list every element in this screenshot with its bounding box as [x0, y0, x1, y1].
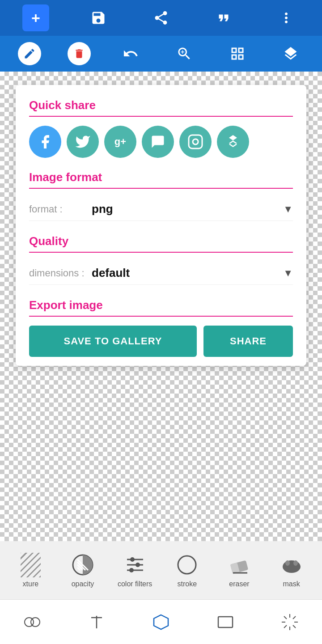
svg-line-30 [284, 616, 287, 619]
color-filters-icon [123, 553, 147, 577]
stroke-label: stroke [178, 580, 197, 588]
svg-line-31 [293, 625, 296, 628]
text-nav-item[interactable] [83, 609, 110, 636]
zoom-button[interactable] [171, 40, 198, 67]
canvas-area: Quick share g+ Image format fo [0, 72, 322, 590]
delete-icon [73, 48, 85, 59]
quote-button[interactable] [210, 4, 237, 31]
save-icon [90, 10, 106, 26]
delete-button[interactable] [68, 42, 91, 65]
image-format-title: Image format [29, 170, 293, 189]
mask-tool[interactable]: mask [274, 553, 309, 588]
opacity-tool[interactable]: opacity [65, 553, 101, 588]
export-popup: Quick share g+ Image format fo [16, 85, 306, 366]
stroke-tool[interactable]: stroke [169, 553, 205, 588]
opacity-label: opacity [72, 580, 94, 588]
google-plus-button[interactable]: g+ [104, 126, 136, 158]
mask-icon [279, 553, 304, 577]
bottom-nav [0, 599, 322, 644]
dimensions-dropdown-arrow[interactable]: ▼ [283, 267, 293, 279]
share-button[interactable] [148, 4, 174, 31]
frame-nav-item[interactable] [212, 609, 239, 636]
export-buttons: SAVE TO GALLERY SHARE [29, 326, 293, 357]
dimensions-row: dimensions : default ▼ [29, 262, 293, 285]
quality-title: Quality [29, 234, 293, 253]
social-icons-row: g+ [29, 126, 293, 158]
dropbox-button[interactable] [217, 126, 249, 158]
dimensions-label: dimensions : [29, 267, 87, 279]
more-icon [278, 10, 294, 26]
texture-label: xture [23, 580, 39, 588]
shape-nav-item[interactable] [148, 609, 174, 636]
svg-point-18 [285, 560, 290, 566]
quick-share-title: Quick share [29, 98, 293, 117]
format-value: png [92, 202, 283, 216]
mask-label: mask [283, 580, 300, 588]
stroke-icon [175, 553, 199, 577]
opacity-icon [70, 553, 95, 577]
share-icon [153, 10, 169, 26]
svg-rect-0 [189, 135, 202, 148]
effects-nav-item[interactable] [276, 609, 303, 636]
instagram-button[interactable] [179, 126, 212, 158]
edit-icon [23, 47, 36, 60]
grid-icon [229, 46, 246, 62]
whatsapp-button[interactable] [142, 126, 174, 158]
more-button[interactable] [273, 4, 300, 31]
svg-point-10 [136, 563, 140, 567]
layers-icon [283, 46, 299, 62]
edit-button[interactable] [18, 42, 41, 65]
format-dropdown-arrow[interactable]: ▼ [283, 203, 293, 215]
texture-icon [18, 553, 43, 577]
svg-point-13 [178, 556, 196, 574]
facebook-button[interactable] [29, 126, 61, 158]
export-image-title: Export image [29, 298, 293, 317]
color-filters-tool[interactable]: color filters [117, 553, 153, 588]
eraser-label: eraser [229, 580, 249, 588]
layers-button[interactable] [277, 40, 304, 67]
format-label: format : [29, 203, 87, 215]
svg-point-12 [129, 568, 134, 572]
top-toolbar: + [0, 0, 322, 36]
svg-line-32 [293, 616, 296, 619]
grid-button[interactable] [224, 40, 251, 67]
share-button-export[interactable]: SHARE [203, 326, 293, 357]
save-to-gallery-button[interactable]: SAVE TO GALLERY [29, 326, 197, 357]
save-button[interactable] [85, 4, 112, 31]
svg-point-19 [293, 560, 298, 566]
undo-icon [123, 46, 139, 62]
svg-point-8 [130, 557, 135, 562]
quote-icon [216, 10, 232, 26]
format-row: format : png ▼ [29, 198, 293, 221]
svg-point-21 [31, 618, 40, 627]
bottom-tools-bar: xture opacity color filt [0, 541, 322, 599]
eraser-tool[interactable]: eraser [221, 553, 257, 588]
dimensions-value: default [92, 266, 283, 280]
svg-rect-25 [218, 617, 233, 627]
blend-nav-item[interactable] [19, 609, 46, 636]
eraser-icon [227, 553, 251, 577]
twitter-button[interactable] [67, 126, 99, 158]
second-toolbar [0, 36, 322, 72]
undo-button[interactable] [117, 40, 144, 67]
add-button[interactable]: + [22, 4, 49, 31]
color-filters-label: color filters [118, 580, 152, 588]
zoom-icon [176, 46, 192, 62]
svg-marker-24 [154, 615, 168, 629]
svg-line-33 [284, 625, 287, 628]
svg-point-17 [283, 560, 301, 573]
texture-tool[interactable]: xture [13, 553, 48, 588]
